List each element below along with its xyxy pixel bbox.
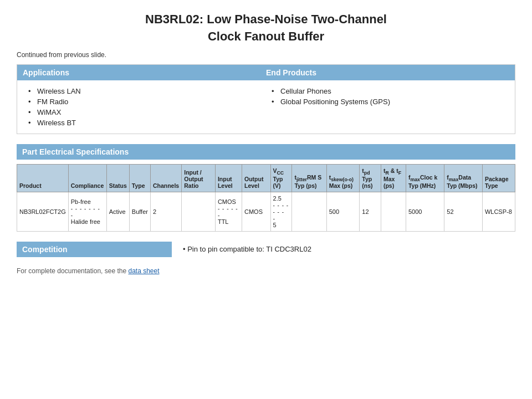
specs-table: Product Compliance Status Type Channels … (17, 164, 515, 232)
competition-section: Competition • Pin to pin compatible to: … (17, 242, 515, 257)
specs-section: Part Electrical Specifications Product C… (17, 144, 515, 232)
applications-list: Wireless LAN FM Radio WiMAX Wireless BT (28, 86, 260, 128)
applications-content: Wireless LAN FM Radio WiMAX Wireless BT … (17, 80, 515, 134)
end-products-list: Cellular Phones Global Positioning Syste… (272, 86, 504, 107)
competition-value: • Pin to pin compatible to: TI CDC3RL02 (172, 245, 311, 253)
cell-product: NB3RL02FCT2G (17, 192, 69, 231)
list-item: WiMAX (28, 107, 260, 117)
applications-header: Applications End Products (17, 65, 515, 80)
cell-tskew: 500 (326, 192, 360, 231)
datasheet-link[interactable]: data sheet (128, 267, 159, 275)
cell-tjitter (292, 192, 326, 231)
list-item: Global Positioning Systems (GPS) (272, 96, 504, 107)
cell-compliance: Pb-free - - - - - - - - Halide free (68, 192, 106, 231)
col-output-level: Output Level (242, 164, 271, 192)
specs-header: Part Electrical Specifications (17, 144, 515, 160)
cell-status: Active (106, 192, 129, 231)
col-fmax-data: fmaxData Typ (Mbps) (444, 164, 483, 192)
continued-text: Continued from previous slide. (17, 51, 515, 59)
col-status: Status (106, 164, 129, 192)
col-package: Package Type (482, 164, 515, 192)
competition-label: Competition (17, 242, 172, 257)
col-fmax-clock: fmaxCloc k Typ (MHz) (406, 164, 444, 192)
applications-label: Applications (23, 68, 266, 77)
col-type: Type (129, 164, 150, 192)
cell-tpd: 12 (360, 192, 381, 231)
cell-type: Buffer (129, 192, 150, 231)
col-input-level: Input Level (215, 164, 242, 192)
list-item: FM Radio (28, 96, 260, 107)
cell-io-ratio (182, 192, 216, 231)
col-io-ratio: Input / Output Ratio (182, 164, 216, 192)
cell-fmax-clock: 5000 (406, 192, 444, 231)
col-vcc: VCC Typ (V) (270, 164, 292, 192)
col-compliance: Compliance (68, 164, 106, 192)
cell-input-level: CMOS - - - - - - TTL (215, 192, 242, 231)
cell-trtf (381, 192, 406, 231)
cell-vcc: 2.5 - - - - - - - - 5 (270, 192, 292, 231)
end-products-label: End Products (266, 68, 509, 77)
end-products-list-col: Cellular Phones Global Positioning Syste… (266, 86, 509, 128)
applications-list-col: Wireless LAN FM Radio WiMAX Wireless BT (23, 86, 266, 128)
col-tjitter: tjitterRM S Typ (ps) (292, 164, 326, 192)
footer: For complete documentation, see the data… (17, 267, 515, 275)
list-item: Cellular Phones (272, 86, 504, 96)
table-header-row: Product Compliance Status Type Channels … (17, 164, 515, 192)
col-tskew: tskew(o-o) Max (ps) (326, 164, 360, 192)
cell-fmax-data: 52 (444, 192, 483, 231)
applications-table: Applications End Products Wireless LAN F… (17, 64, 515, 134)
cell-package: WLCSP-8 (482, 192, 515, 231)
page-title: NB3RL02: Low Phase-Noise Two-Channel Clo… (17, 11, 515, 45)
cell-output-level: CMOS (242, 192, 271, 231)
col-channels: Channels (150, 164, 181, 192)
cell-channels: 2 (150, 192, 181, 231)
footer-text: For complete documentation, see the (17, 267, 128, 275)
col-trtf: tR & tF Max (ps) (381, 164, 406, 192)
table-row: NB3RL02FCT2G Pb-free - - - - - - - - Hal… (17, 192, 515, 231)
list-item: Wireless LAN (28, 86, 260, 96)
col-tpd: tpd Typ (ns) (360, 164, 381, 192)
list-item: Wireless BT (28, 117, 260, 128)
competition-row: Competition • Pin to pin compatible to: … (17, 242, 515, 257)
col-product: Product (17, 164, 69, 192)
